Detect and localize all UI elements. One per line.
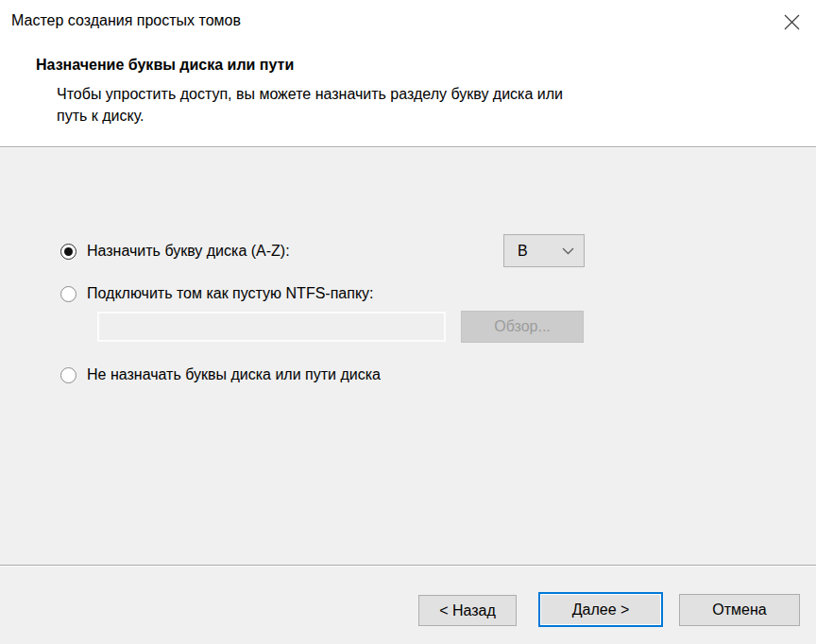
- drive-letter-select[interactable]: B: [503, 234, 585, 267]
- back-button[interactable]: < Назад: [418, 595, 517, 626]
- next-button[interactable]: Далее >: [538, 592, 663, 627]
- content-area: [0, 148, 816, 644]
- browse-button[interactable]: Обзор...: [461, 311, 584, 343]
- page-description-line2: путь к диску.: [57, 108, 144, 124]
- wizard-dialog: Мастер создания простых томов Назначение…: [0, 0, 816, 644]
- page-description: Чтобы упростить доступ, вы можете назнач…: [57, 83, 563, 127]
- folder-path-input[interactable]: [97, 312, 446, 342]
- radio-assign-drive-letter[interactable]: [60, 244, 76, 260]
- page-description-line1: Чтобы упростить доступ, вы можете назнач…: [57, 86, 563, 102]
- close-icon: [784, 14, 800, 30]
- cancel-button[interactable]: Отмена: [679, 594, 800, 626]
- radio-assign-drive-letter-label[interactable]: Назначить букву диска (A-Z):: [87, 243, 290, 260]
- radio-no-assign[interactable]: [60, 367, 76, 383]
- footer-divider: [0, 565, 816, 567]
- radio-mount-ntfs-folder[interactable]: [60, 286, 76, 302]
- radio-mount-ntfs-folder-label[interactable]: Подключить том как пустую NTFS-папку:: [87, 285, 374, 302]
- radio-no-assign-label[interactable]: Не назначать буквы диска или пути диска: [87, 366, 381, 383]
- radio-selected-dot: [64, 247, 73, 256]
- page-title: Назначение буквы диска или пути: [36, 57, 294, 74]
- close-button[interactable]: [776, 8, 807, 36]
- drive-letter-value: B: [504, 243, 562, 260]
- window-title: Мастер создания простых томов: [11, 12, 241, 29]
- chevron-down-icon: [562, 247, 574, 255]
